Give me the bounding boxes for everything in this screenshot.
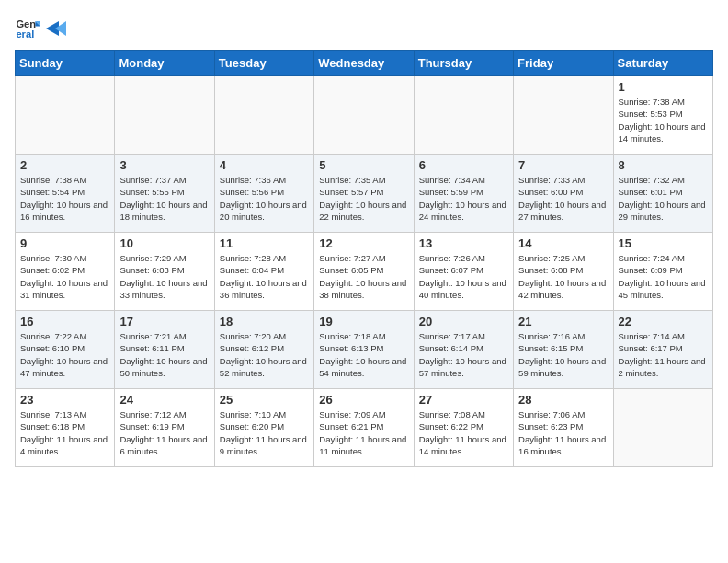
day-info: Sunrise: 7:20 AM Sunset: 6:12 PM Dayligh… [220, 330, 309, 379]
calendar-cell: 19Sunrise: 7:18 AM Sunset: 6:13 PM Dayli… [314, 311, 414, 389]
day-number: 24 [119, 393, 209, 407]
calendar-cell: 10Sunrise: 7:29 AM Sunset: 6:03 PM Dayli… [115, 233, 214, 311]
day-info: Sunrise: 7:34 AM Sunset: 5:59 PM Dayligh… [419, 174, 508, 223]
day-number: 5 [319, 158, 408, 172]
logo: Gen eral [15, 15, 66, 40]
day-info: Sunrise: 7:10 AM Sunset: 6:20 PM Dayligh… [220, 408, 309, 457]
day-info: Sunrise: 7:28 AM Sunset: 6:04 PM Dayligh… [220, 252, 309, 301]
calendar-cell: 18Sunrise: 7:20 AM Sunset: 6:12 PM Dayli… [214, 311, 313, 389]
col-header-wednesday: Wednesday [314, 51, 414, 76]
calendar-cell: 8Sunrise: 7:32 AM Sunset: 6:01 PM Daylig… [613, 155, 712, 233]
calendar-cell [613, 389, 712, 467]
day-info: Sunrise: 7:38 AM Sunset: 5:53 PM Dayligh… [619, 96, 708, 144]
day-info: Sunrise: 7:25 AM Sunset: 6:08 PM Dayligh… [518, 252, 608, 301]
day-number: 21 [518, 315, 608, 328]
calendar-cell: 15Sunrise: 7:24 AM Sunset: 6:09 PM Dayli… [613, 233, 712, 311]
calendar-cell: 7Sunrise: 7:33 AM Sunset: 6:00 PM Daylig… [514, 155, 613, 233]
page-header: Gen eral [15, 15, 713, 40]
calendar-week-5: 23Sunrise: 7:13 AM Sunset: 6:18 PM Dayli… [16, 389, 713, 467]
calendar-cell: 11Sunrise: 7:28 AM Sunset: 6:04 PM Dayli… [214, 233, 313, 311]
day-info: Sunrise: 7:12 AM Sunset: 6:19 PM Dayligh… [119, 408, 209, 457]
day-number: 8 [619, 158, 708, 172]
col-header-tuesday: Tuesday [214, 51, 313, 76]
day-number: 4 [220, 158, 309, 172]
day-info: Sunrise: 7:36 AM Sunset: 5:56 PM Dayligh… [220, 174, 309, 223]
calendar-cell [16, 76, 115, 155]
day-number: 1 [619, 80, 708, 94]
calendar-cell [414, 76, 513, 155]
day-number: 6 [419, 158, 508, 172]
logo-arrow [46, 21, 66, 36]
day-number: 25 [220, 393, 309, 407]
calendar-cell: 9Sunrise: 7:30 AM Sunset: 6:02 PM Daylig… [16, 233, 115, 311]
col-header-saturday: Saturday [613, 51, 712, 76]
day-number: 15 [619, 236, 708, 250]
day-number: 19 [319, 315, 408, 328]
calendar-cell: 1Sunrise: 7:38 AM Sunset: 5:53 PM Daylig… [613, 76, 712, 155]
calendar-week-4: 16Sunrise: 7:22 AM Sunset: 6:10 PM Dayli… [16, 311, 713, 389]
calendar-cell: 14Sunrise: 7:25 AM Sunset: 6:08 PM Dayli… [514, 233, 613, 311]
day-info: Sunrise: 7:37 AM Sunset: 5:55 PM Dayligh… [119, 174, 209, 223]
col-header-monday: Monday [115, 51, 214, 76]
calendar-cell: 17Sunrise: 7:21 AM Sunset: 6:11 PM Dayli… [115, 311, 214, 389]
day-info: Sunrise: 7:24 AM Sunset: 6:09 PM Dayligh… [619, 252, 708, 301]
logo-icon: Gen eral [15, 15, 40, 40]
day-info: Sunrise: 7:09 AM Sunset: 6:21 PM Dayligh… [319, 408, 408, 457]
calendar-cell: 20Sunrise: 7:17 AM Sunset: 6:14 PM Dayli… [414, 311, 513, 389]
day-number: 3 [119, 158, 209, 172]
day-info: Sunrise: 7:32 AM Sunset: 6:01 PM Dayligh… [619, 174, 708, 223]
calendar-cell: 21Sunrise: 7:16 AM Sunset: 6:15 PM Dayli… [514, 311, 613, 389]
day-number: 20 [419, 315, 508, 328]
calendar-cell: 24Sunrise: 7:12 AM Sunset: 6:19 PM Dayli… [115, 389, 214, 467]
calendar-cell [314, 76, 414, 155]
day-number: 26 [319, 393, 408, 407]
day-info: Sunrise: 7:33 AM Sunset: 6:00 PM Dayligh… [518, 174, 608, 223]
calendar-cell: 2Sunrise: 7:38 AM Sunset: 5:54 PM Daylig… [16, 155, 115, 233]
day-info: Sunrise: 7:18 AM Sunset: 6:13 PM Dayligh… [319, 330, 408, 379]
calendar-cell: 26Sunrise: 7:09 AM Sunset: 6:21 PM Dayli… [314, 389, 414, 467]
day-info: Sunrise: 7:13 AM Sunset: 6:18 PM Dayligh… [20, 408, 109, 457]
day-number: 12 [319, 236, 408, 250]
day-info: Sunrise: 7:08 AM Sunset: 6:22 PM Dayligh… [419, 408, 508, 457]
calendar-cell: 12Sunrise: 7:27 AM Sunset: 6:05 PM Dayli… [314, 233, 414, 311]
day-info: Sunrise: 7:27 AM Sunset: 6:05 PM Dayligh… [319, 252, 408, 301]
calendar-cell: 25Sunrise: 7:10 AM Sunset: 6:20 PM Dayli… [214, 389, 313, 467]
calendar-week-1: 1Sunrise: 7:38 AM Sunset: 5:53 PM Daylig… [16, 76, 713, 155]
day-number: 10 [119, 236, 209, 250]
day-number: 18 [220, 315, 309, 328]
day-info: Sunrise: 7:35 AM Sunset: 5:57 PM Dayligh… [319, 174, 408, 223]
svg-text:eral: eral [16, 29, 34, 40]
calendar-week-2: 2Sunrise: 7:38 AM Sunset: 5:54 PM Daylig… [16, 155, 713, 233]
day-info: Sunrise: 7:26 AM Sunset: 6:07 PM Dayligh… [419, 252, 508, 301]
day-number: 28 [518, 393, 608, 407]
day-number: 17 [119, 315, 209, 328]
day-number: 9 [20, 236, 109, 250]
day-info: Sunrise: 7:14 AM Sunset: 6:17 PM Dayligh… [619, 330, 708, 379]
day-number: 11 [220, 236, 309, 250]
day-number: 13 [419, 236, 508, 250]
col-header-thursday: Thursday [414, 51, 513, 76]
day-info: Sunrise: 7:30 AM Sunset: 6:02 PM Dayligh… [20, 252, 109, 301]
day-number: 2 [20, 158, 109, 172]
day-number: 14 [518, 236, 608, 250]
svg-text:Gen: Gen [16, 18, 36, 29]
day-info: Sunrise: 7:16 AM Sunset: 6:15 PM Dayligh… [518, 330, 608, 379]
calendar-cell: 27Sunrise: 7:08 AM Sunset: 6:22 PM Dayli… [414, 389, 513, 467]
day-info: Sunrise: 7:21 AM Sunset: 6:11 PM Dayligh… [119, 330, 209, 379]
calendar-cell: 3Sunrise: 7:37 AM Sunset: 5:55 PM Daylig… [115, 155, 214, 233]
col-header-sunday: Sunday [16, 51, 115, 76]
calendar-cell: 13Sunrise: 7:26 AM Sunset: 6:07 PM Dayli… [414, 233, 513, 311]
day-number: 23 [20, 393, 109, 407]
calendar-cell: 23Sunrise: 7:13 AM Sunset: 6:18 PM Dayli… [16, 389, 115, 467]
calendar-cell [514, 76, 613, 155]
calendar-week-3: 9Sunrise: 7:30 AM Sunset: 6:02 PM Daylig… [16, 233, 713, 311]
calendar-cell [115, 76, 214, 155]
calendar-cell: 4Sunrise: 7:36 AM Sunset: 5:56 PM Daylig… [214, 155, 313, 233]
day-number: 27 [419, 393, 508, 407]
day-info: Sunrise: 7:06 AM Sunset: 6:23 PM Dayligh… [518, 408, 608, 457]
calendar-cell: 28Sunrise: 7:06 AM Sunset: 6:23 PM Dayli… [514, 389, 613, 467]
col-header-friday: Friday [514, 51, 613, 76]
calendar-cell: 22Sunrise: 7:14 AM Sunset: 6:17 PM Dayli… [613, 311, 712, 389]
calendar-cell: 5Sunrise: 7:35 AM Sunset: 5:57 PM Daylig… [314, 155, 414, 233]
day-number: 22 [619, 315, 708, 328]
